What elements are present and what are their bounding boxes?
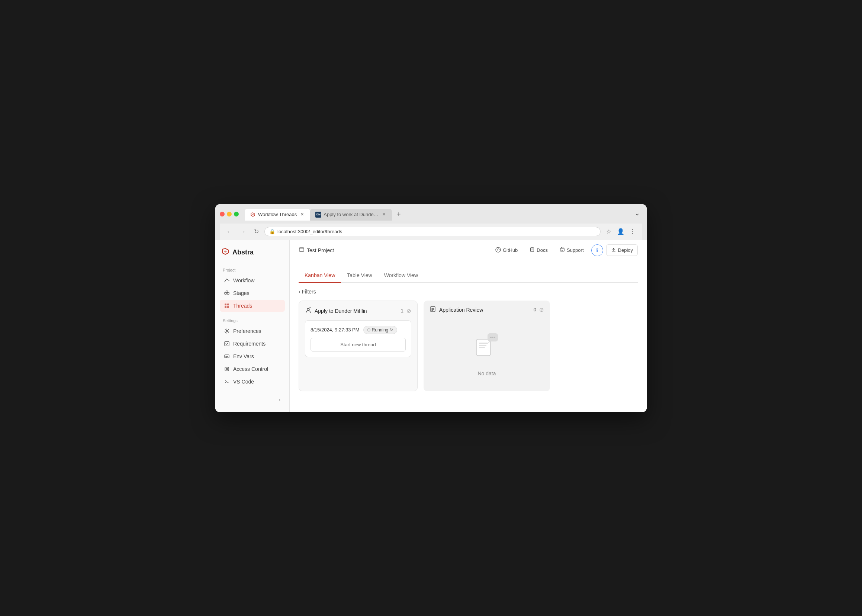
sidebar-item-workflow[interactable]: Workflow [220, 275, 285, 286]
toolbar-actions: ☆ 👤 ⋮ [603, 226, 638, 237]
visibility-button-review[interactable]: ⊘ [539, 306, 544, 313]
tab-title-active: Workflow Threads [258, 212, 297, 217]
svg-rect-10 [225, 367, 229, 371]
sidebar-bottom: ‹ [220, 394, 285, 405]
kanban-card-title-area-apply: Apply to Dunder Mifflin [305, 307, 367, 315]
tab-close-dunder[interactable]: ✕ [381, 212, 387, 218]
tab-table[interactable]: Table View [341, 269, 378, 283]
deploy-button[interactable]: Deploy [606, 244, 638, 256]
sidebar-item-label-vs-code: VS Code [233, 379, 254, 385]
kanban-card-title-area-review: Application Review [430, 306, 483, 314]
status-refresh-icon: ↻ [390, 327, 393, 332]
sidebar-item-stages[interactable]: Stages [220, 287, 285, 299]
info-button[interactable]: ℹ [591, 244, 603, 256]
kanban-container: Apply to Dunder Mifflin 1 ⊘ 8/15/2024, 9… [298, 300, 638, 391]
svg-point-13 [496, 247, 501, 252]
sidebar-item-threads[interactable]: Threads [220, 300, 285, 312]
tab-favicon-abstra [250, 212, 256, 218]
start-thread-button[interactable]: Start new thread [311, 338, 406, 352]
count-badge-apply: 1 [401, 308, 404, 314]
filters-label: Filters [302, 289, 316, 295]
preferences-icon [223, 328, 230, 334]
workflow-icon [223, 278, 230, 283]
svg-point-24 [492, 337, 493, 338]
collapse-sidebar-button[interactable]: ‹ [275, 394, 285, 405]
sidebar-item-label-workflow: Workflow [233, 278, 254, 283]
browser-tab-active[interactable]: Workflow Threads ✕ [245, 209, 310, 221]
more-menu-button[interactable]: ⋮ [627, 226, 638, 237]
tab-add-button[interactable]: + [393, 209, 404, 220]
stages-icon [223, 290, 230, 296]
view-content: Kanban View Table View Workflow View › F… [290, 261, 647, 412]
kanban-card-review: Application Review 0 ⊘ [424, 300, 550, 391]
logo-text: Abstra [232, 248, 254, 256]
sidebar-item-label-preferences: Preferences [233, 328, 261, 334]
docs-label: Docs [537, 247, 548, 253]
lock-icon: 🔒 [269, 229, 275, 234]
filters-toggle[interactable]: › Filters [298, 289, 316, 295]
thread-time: 8/15/2024, 9:27:33 PM [311, 327, 360, 333]
sidebar-item-vs-code[interactable]: VS Code [220, 376, 285, 388]
sidebar: Abstra Project Workflow [215, 240, 290, 412]
tab-workflow[interactable]: Workflow View [378, 269, 424, 283]
support-icon [560, 247, 565, 253]
deploy-label: Deploy [618, 247, 633, 253]
star-button[interactable]: ☆ [603, 226, 614, 237]
support-label: Support [567, 247, 584, 253]
svg-rect-3 [225, 303, 226, 305]
tab-favicon-dunder: DM [316, 212, 321, 218]
sidebar-item-label-stages: Stages [233, 290, 250, 296]
sidebar-item-env-vars[interactable]: Env Vars [220, 350, 285, 362]
kanban-card-title-review: Application Review [439, 307, 483, 313]
address-bar[interactable]: 🔒 localhost:3000/_editor/threads [264, 227, 601, 236]
github-label: GitHub [503, 247, 518, 253]
forward-button[interactable]: → [238, 226, 248, 237]
back-button[interactable]: ← [224, 226, 235, 237]
tab-title-dunder: Apply to work at Dunder Miffl... [323, 212, 378, 217]
support-button[interactable]: Support [555, 245, 588, 256]
svg-rect-4 [227, 303, 229, 305]
svg-rect-20 [479, 345, 487, 346]
kanban-card-count-apply: 1 ⊘ [401, 308, 411, 314]
sidebar-item-label-threads: Threads [233, 303, 252, 309]
account-button[interactable]: 👤 [615, 226, 626, 237]
dot-close[interactable] [220, 212, 225, 217]
tab-more-button[interactable]: ⌄ [632, 208, 642, 218]
view-tabs: Kanban View Table View Workflow View [298, 269, 638, 283]
count-badge-review: 0 [534, 307, 536, 313]
kanban-card-icon-review [430, 306, 436, 314]
browser-tab-dunder[interactable]: DM Apply to work at Dunder Miffl... ✕ [310, 209, 392, 221]
dot-minimize[interactable] [227, 212, 232, 217]
github-button[interactable]: GitHub [491, 245, 522, 256]
visibility-button-apply[interactable]: ⊘ [407, 308, 411, 314]
threads-icon [223, 303, 230, 309]
sidebar-item-requirements[interactable]: Requirements [220, 338, 285, 350]
svg-rect-6 [227, 306, 229, 308]
thread-meta: 8/15/2024, 9:27:33 PM Running ↻ [311, 326, 406, 334]
deploy-icon [611, 247, 616, 253]
no-data-illustration [472, 329, 502, 358]
thread-status-label: Running [372, 327, 389, 333]
filters-row: › Filters [298, 289, 638, 295]
docs-button[interactable]: Docs [525, 245, 552, 256]
env-vars-icon [223, 354, 230, 359]
sidebar-item-access-control[interactable]: Access Control [220, 363, 285, 375]
kanban-card-apply: Apply to Dunder Mifflin 1 ⊘ 8/15/2024, 9… [298, 300, 418, 391]
status-dot [367, 328, 371, 332]
address-text: localhost:3000/_editor/threads [278, 229, 596, 234]
logo-area: Abstra [220, 247, 285, 258]
settings-section-label: Settings [220, 318, 285, 323]
svg-rect-5 [225, 306, 226, 308]
tab-kanban[interactable]: Kanban View [298, 269, 341, 283]
sidebar-item-label-env-vars: Env Vars [233, 354, 254, 359]
dot-maximize[interactable] [234, 212, 239, 217]
sidebar-item-preferences[interactable]: Preferences [220, 325, 285, 337]
breadcrumb: Test Project [298, 247, 334, 254]
tab-close-active[interactable]: ✕ [299, 212, 305, 218]
top-bar: Test Project GitHub [290, 240, 647, 261]
breadcrumb-text: Test Project [307, 247, 334, 253]
reload-button[interactable]: ↻ [251, 226, 261, 237]
logo-icon [221, 247, 229, 258]
svg-rect-17 [431, 306, 435, 312]
svg-point-11 [226, 368, 228, 370]
